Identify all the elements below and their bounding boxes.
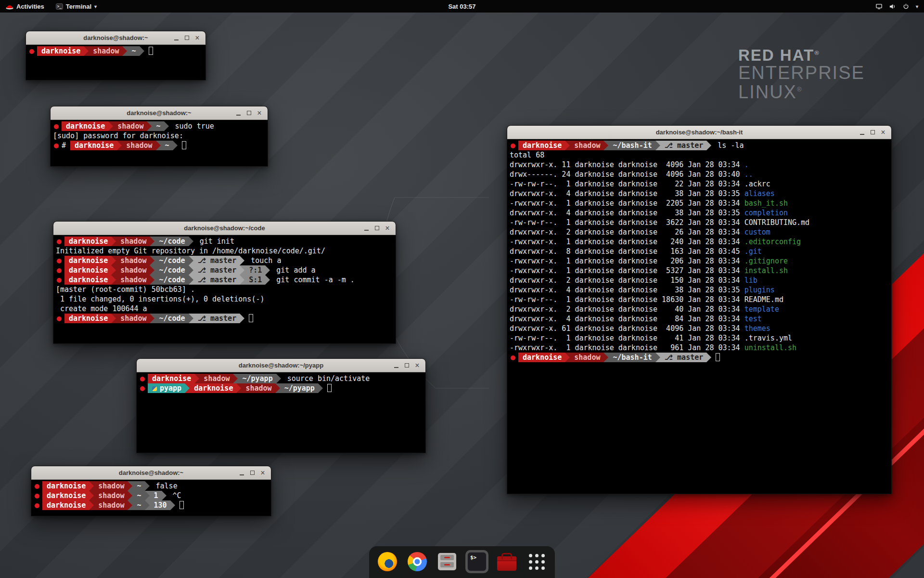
close-button[interactable]: × bbox=[254, 108, 265, 118]
close-button[interactable]: × bbox=[257, 468, 268, 478]
close-button[interactable]: × bbox=[192, 33, 203, 43]
output-text: [master (root-commit) 50bcb63] . bbox=[56, 285, 195, 294]
prompt-dot-icon bbox=[140, 377, 145, 381]
maximize-button[interactable] bbox=[401, 360, 412, 371]
maximize-button[interactable] bbox=[867, 127, 878, 138]
ls-entry-name: . bbox=[744, 160, 749, 169]
powerline-arrow-icon bbox=[706, 141, 711, 150]
output-line: drwxrwxr-x. 2 darknoise darknoise 26 Jan… bbox=[510, 227, 890, 237]
clock[interactable]: Sat 03:57 bbox=[0, 3, 924, 10]
window-titlebar[interactable]: darknoise@shadow:~/code × bbox=[53, 222, 396, 235]
chevron-down-icon[interactable]: ▾ bbox=[916, 4, 918, 9]
ls-entry-name: .gitignore bbox=[744, 257, 788, 265]
prompt-segment-exit: 1 bbox=[150, 491, 162, 500]
activities-button[interactable]: Activities bbox=[0, 0, 50, 13]
terminal-content[interactable]: darknoiseshadow~ falsedarknoiseshadow~1 … bbox=[31, 480, 271, 516]
terminal-window-home-1: darknoise@shadow:~ × darknoiseshadow~ bbox=[26, 31, 206, 80]
chrome-icon bbox=[408, 552, 427, 571]
powerline-arrow-icon bbox=[236, 383, 241, 393]
powerline-arrow-icon bbox=[233, 374, 238, 383]
terminal-icon: $> bbox=[467, 552, 487, 571]
dock-item-terminal[interactable]: $> bbox=[465, 550, 488, 573]
ls-entry-name: .git bbox=[744, 247, 762, 256]
window-titlebar[interactable]: darknoise@shadow:~/pyapp × bbox=[137, 359, 425, 372]
maximize-button[interactable] bbox=[247, 468, 257, 478]
terminal-content[interactable]: darknoiseshadow~/code git initInitialize… bbox=[53, 235, 396, 343]
ls-entry-details: drwx------. 24 darknoise darknoise 4096 … bbox=[510, 170, 744, 179]
prompt-segment-user: darknoise bbox=[62, 121, 108, 131]
prompt-segment-host: shadow bbox=[116, 265, 150, 275]
maximize-button[interactable] bbox=[181, 33, 192, 43]
terminal-cursor bbox=[149, 47, 153, 55]
powerline-arrow-icon bbox=[122, 46, 127, 56]
powerline-arrow-icon bbox=[111, 275, 116, 285]
window-title: darknoise@shadow:~ bbox=[31, 469, 271, 476]
ls-entry-name: CONTRIBUTING.md bbox=[744, 218, 809, 227]
powerline-arrow-icon bbox=[128, 491, 132, 500]
window-title: darknoise@shadow:~/bash-it bbox=[507, 129, 891, 136]
maximize-button[interactable] bbox=[372, 223, 382, 234]
output-line: -rw-rw-r--. 1 darknoise darknoise 18630 … bbox=[510, 295, 890, 304]
powerline-arrow-icon bbox=[565, 141, 570, 150]
prompt-segment-path: ~ bbox=[132, 500, 144, 510]
prompt-line: darknoiseshadow~/code git init bbox=[56, 236, 394, 246]
powerline-arrow-icon bbox=[111, 256, 116, 265]
terminal-content[interactable]: darknoiseshadow~ sudo true[sudo] passwor… bbox=[51, 120, 268, 166]
prompt-dot-icon bbox=[54, 124, 59, 129]
terminal-content[interactable]: darknoiseshadow~/pyapp source bin/activa… bbox=[137, 372, 425, 453]
volume-icon[interactable] bbox=[889, 3, 896, 10]
minimize-button[interactable] bbox=[233, 108, 244, 118]
output-line: drwxrwxr-x. 4 darknoise darknoise 38 Jan… bbox=[510, 189, 890, 198]
files-icon bbox=[438, 553, 456, 570]
terminal-content[interactable]: darknoiseshadow~/bash-it⎇ master ls -lat… bbox=[507, 139, 891, 494]
window-titlebar[interactable]: darknoise@shadow:~ × bbox=[31, 466, 271, 480]
minimize-button[interactable] bbox=[857, 127, 867, 138]
powerline-arrow-icon bbox=[655, 141, 660, 150]
powerline-arrow-icon bbox=[145, 491, 150, 500]
ls-entry-details: -rw-rw-r--. 1 darknoise darknoise 41 Jan… bbox=[510, 334, 744, 342]
prompt-segment-git: ⎇ master bbox=[193, 256, 240, 265]
prompt-segment-path: ~/code bbox=[154, 275, 188, 285]
dock-item-firefox[interactable] bbox=[376, 550, 399, 573]
window-titlebar[interactable]: darknoise@shadow:~/bash-it × bbox=[507, 126, 891, 139]
maximize-button[interactable] bbox=[244, 108, 254, 118]
terminal-content[interactable]: darknoiseshadow~ bbox=[26, 45, 205, 80]
minimize-button[interactable] bbox=[391, 360, 401, 371]
prompt-segment-user: darknoise bbox=[64, 256, 111, 265]
close-button[interactable]: × bbox=[382, 223, 393, 234]
prompt-dot-icon bbox=[57, 259, 62, 263]
prompt-segment-path: ~ bbox=[127, 46, 139, 56]
powerline-arrow-icon bbox=[164, 121, 169, 131]
minimize-button[interactable] bbox=[236, 468, 247, 478]
ls-entry-details: drwxrwxr-x. 11 darknoise darknoise 4096 … bbox=[510, 160, 744, 169]
power-icon[interactable] bbox=[902, 3, 910, 10]
prompt-segment-user: darknoise bbox=[64, 265, 111, 275]
powerline-arrow-icon bbox=[265, 265, 270, 275]
display-icon[interactable] bbox=[875, 3, 883, 10]
prompt-segment-path: ~/code bbox=[154, 314, 188, 323]
dock-item-files[interactable] bbox=[436, 550, 459, 573]
dock-item-chrome[interactable] bbox=[406, 550, 429, 573]
close-button[interactable]: × bbox=[878, 127, 888, 138]
window-titlebar[interactable]: darknoise@shadow:~ × bbox=[26, 31, 205, 45]
minimize-button[interactable] bbox=[361, 223, 372, 234]
dock-item-app-grid[interactable] bbox=[525, 550, 548, 573]
prompt-segment-user: darknoise bbox=[42, 491, 89, 500]
app-menu-label: Terminal bbox=[66, 3, 91, 10]
dock-item-toolbox[interactable] bbox=[495, 550, 518, 573]
prompt-line: darknoiseshadow~ sudo true bbox=[53, 121, 266, 131]
app-menu-terminal[interactable]: >_ Terminal ▾ bbox=[50, 0, 103, 13]
prompt-segment-user: darknoise bbox=[518, 353, 565, 362]
window-titlebar[interactable]: darknoise@shadow:~ × bbox=[51, 106, 268, 120]
command-text: source bin/activate bbox=[281, 374, 370, 383]
output-line: drwxrwxr-x. 4 darknoise darknoise 38 Jan… bbox=[510, 285, 890, 295]
close-button[interactable]: × bbox=[412, 360, 423, 371]
prompt-dot-icon bbox=[511, 144, 515, 148]
minimize-button[interactable] bbox=[171, 33, 181, 43]
command-text: ^C bbox=[167, 491, 181, 500]
powerline-arrow-icon bbox=[240, 275, 244, 285]
prompt-dot-icon bbox=[35, 494, 39, 499]
ls-entry-name: completion bbox=[744, 209, 788, 217]
output-line: [sudo] password for darknoise: bbox=[53, 131, 266, 141]
ls-entry-name: aliases bbox=[744, 189, 775, 198]
